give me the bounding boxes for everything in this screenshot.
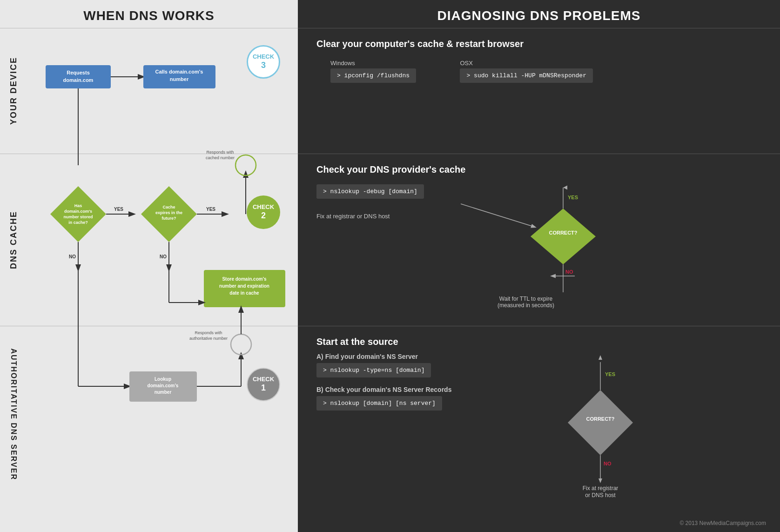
mid-diagram: CORRECT? YES NO Wait for TTL to expire (…	[461, 181, 693, 311]
osx-cmd: > sudo killall -HUP mDNSResponder	[460, 68, 592, 83]
svg-text:YES: YES	[206, 207, 215, 212]
svg-text:Requests: Requests	[67, 70, 90, 75]
svg-text:date in cache: date in cache	[229, 290, 259, 296]
left-title: WHEN DNS WORKS	[0, 0, 298, 28]
svg-text:expires in the: expires in the	[155, 210, 182, 215]
svg-text:YES: YES	[605, 371, 615, 377]
osx-group: OSX > sudo killall -HUP mDNSResponder	[460, 60, 592, 83]
svg-text:CORRECT?: CORRECT?	[549, 230, 577, 236]
svg-text:number stored: number stored	[63, 215, 93, 219]
svg-marker-59	[598, 355, 602, 360]
svg-text:Responds with: Responds with	[195, 330, 222, 335]
svg-text:NO: NO	[69, 254, 76, 259]
svg-text:Store domain.com's: Store domain.com's	[222, 276, 267, 282]
svg-text:number and expiration: number and expiration	[219, 283, 269, 289]
svg-point-42	[231, 334, 251, 355]
top-section: Clear your computer's cache & restart br…	[298, 28, 780, 154]
svg-marker-56	[568, 390, 633, 455]
svg-text:NO: NO	[160, 254, 167, 259]
requests-box	[46, 65, 111, 88]
svg-text:cached number: cached number	[206, 155, 235, 160]
flowchart-svg: Requests domain.com Calls domain.com's n…	[27, 28, 298, 532]
svg-rect-28	[204, 270, 285, 307]
svg-marker-47	[531, 209, 596, 264]
svg-text:YES: YES	[114, 207, 123, 212]
mid-section-heading: Check your DNS provider's cache	[298, 154, 780, 181]
right-title: DIAGNOSING DNS PROBLEMS	[298, 0, 780, 28]
svg-text:Responds with: Responds with	[206, 150, 234, 155]
auth-server-label: Authoritative DNS Server	[0, 326, 27, 503]
mid-cmd: > nslookup -debug [domain]	[316, 184, 424, 199]
check1-circle: CHECK 1	[247, 368, 280, 401]
svg-text:number: number	[155, 390, 172, 395]
check2-circle: CHECK 2	[247, 195, 280, 229]
svg-text:(measured in seconds): (measured in seconds)	[498, 302, 554, 309]
osx-label: OSX	[460, 60, 592, 67]
svg-text:YES: YES	[568, 195, 578, 200]
windows-label: Windows	[330, 60, 416, 67]
svg-text:CORRECT?: CORRECT?	[586, 416, 614, 422]
svg-text:NO: NO	[604, 461, 612, 466]
svg-text:Lookup: Lookup	[155, 377, 171, 382]
svg-text:Wait for TTL to expire: Wait for TTL to expire	[499, 296, 553, 302]
b-cmd: > nslookup [domain] [ns server]	[316, 396, 442, 411]
svg-text:authoritative number: authoritative number	[189, 336, 228, 341]
svg-marker-62	[598, 478, 602, 483]
svg-text:future?: future?	[162, 216, 176, 221]
a-cmd: > nslookup -type=ns [domain]	[316, 363, 431, 377]
windows-cmd: > ipconfig /flushdns	[330, 68, 416, 83]
bot-section-heading: Start at the source	[298, 326, 780, 353]
svg-text:Calls domain.com's: Calls domain.com's	[155, 69, 203, 74]
svg-text:or DNS host: or DNS host	[585, 492, 616, 498]
check3-circle: CHECK 3	[247, 45, 280, 79]
bot-diagram: CORRECT? YES NO Fix at registrar or DNS …	[507, 353, 731, 502]
mid-section: Check your DNS provider's cache > nslook…	[298, 154, 780, 326]
windows-group: Windows > ipconfig /flushdns	[330, 60, 416, 83]
svg-line-46	[461, 204, 535, 227]
right-panel: DIAGNOSING DNS PROBLEMS Clear your compu…	[298, 0, 780, 532]
svg-text:domain.com's: domain.com's	[148, 383, 179, 388]
dns-cache-label: DNS Cache	[0, 154, 27, 326]
svg-marker-7	[50, 186, 106, 242]
top-section-heading: Clear your computer's cache & restart br…	[298, 28, 780, 55]
copyright: © 2013 NewMediaCampaigns.com	[679, 520, 766, 526]
bot-section: Start at the source A) Find your domain'…	[298, 326, 780, 531]
device-label: Your Device	[0, 28, 27, 154]
svg-text:in cache?: in cache?	[68, 220, 88, 225]
svg-text:Fix at registrar: Fix at registrar	[583, 485, 619, 492]
svg-text:number: number	[170, 76, 189, 82]
left-panel: WHEN DNS WORKS Your Device DNS Cache Aut…	[0, 0, 298, 532]
svg-text:domain.com's: domain.com's	[64, 209, 92, 214]
os-area: Windows > ipconfig /flushdns OSX > sudo …	[298, 60, 780, 83]
svg-text:domain.com: domain.com	[63, 77, 94, 83]
svg-text:Has: Has	[74, 203, 82, 208]
svg-text:NO: NO	[565, 269, 573, 275]
svg-text:Cache: Cache	[162, 205, 175, 209]
